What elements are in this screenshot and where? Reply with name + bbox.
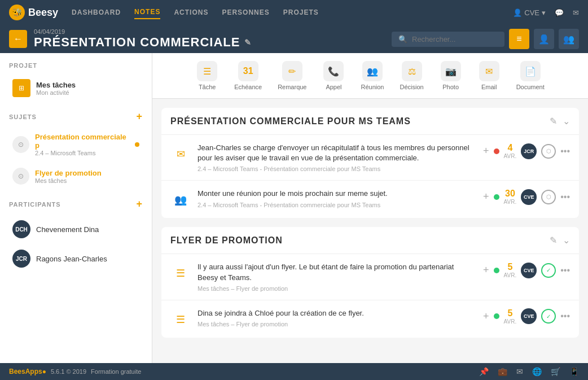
edit-section-icon[interactable]: ✎ — [550, 116, 557, 126]
note-check-status: ✓ — [541, 263, 556, 278]
tool-appel[interactable]: 📞 Appel — [317, 58, 350, 94]
group-button[interactable]: 👥 — [559, 29, 579, 49]
note-text: Jean-Charles se charge d'envoyer un réca… — [198, 143, 476, 163]
document-label: Document — [516, 84, 545, 90]
reunion-icon: 👥 — [362, 61, 383, 81]
section-flyer-header: FLYER DE PROMOTION ✎ ⌄ — [161, 227, 579, 254]
reunion-label: Réunion — [361, 84, 384, 90]
subject-presentation-subtitle: 2.4 – Microsoft Teams — [35, 150, 129, 156]
note-check-status: ✓ — [541, 309, 556, 324]
search-input[interactable] — [412, 35, 497, 43]
note-date: 30 AVR. — [504, 189, 517, 205]
user-name: CVE — [524, 8, 539, 17]
footer-tablet-icon[interactable]: 📱 — [569, 367, 579, 376]
email-icon: ✉ — [479, 61, 499, 81]
section-flyer-title: FLYER DE PROMOTION — [170, 235, 283, 246]
note-text: Dina se joindra à Chloé pour la création… — [198, 308, 476, 318]
subject-flyer-title: Flyer de promotion — [35, 169, 102, 177]
user-icon: 👤 — [513, 8, 522, 17]
footer-cart-icon[interactable]: 🛒 — [551, 367, 560, 376]
nav-personnes[interactable]: PERSONNES — [222, 6, 269, 19]
footer-briefcase-icon[interactable]: 💼 — [498, 367, 507, 376]
note-meta: + 5 AVR. CVE ✓ ••• — [483, 262, 570, 278]
note-avatar: CVE — [521, 308, 537, 324]
tool-decision[interactable]: ⚖ Décision — [394, 58, 429, 94]
nav-notes[interactable]: NOTES — [134, 6, 160, 19]
subject-flyer[interactable]: ⊙ Flyer de promotion Mes tâches — [9, 163, 143, 189]
tache-label: Tâche — [199, 84, 216, 90]
note-meta: + 5 AVR. CVE ✓ ••• — [483, 308, 570, 325]
section-presentation-actions: ✎ ⌄ — [550, 116, 570, 126]
note-more-button[interactable]: ••• — [560, 311, 570, 321]
tool-email[interactable]: ✉ Email — [472, 58, 506, 94]
footer-left: BeesApps● 5.6.1 © 2019 Formation gratuit… — [9, 368, 141, 375]
user-menu[interactable]: 👤 CVE ▾ — [513, 8, 546, 17]
note-date-month: AVR. — [504, 199, 517, 205]
tool-document[interactable]: 📄 Document — [511, 58, 550, 94]
decision-label: Décision — [400, 84, 423, 90]
tool-echeance[interactable]: 31 Echéance — [229, 58, 267, 94]
sidebar-item-mes-taches[interactable]: ⊞ Mes tâches Mon activité — [9, 75, 143, 102]
note-path: 2.4 – Microsoft Teams - Présentation com… — [198, 165, 476, 172]
participant-jcr[interactable]: JCR Ragons Jean-Charles — [9, 245, 143, 272]
note-more-button[interactable]: ••• — [560, 192, 570, 202]
footer-pin-icon[interactable]: 📌 — [479, 367, 489, 376]
note-add-button[interactable]: + — [483, 311, 489, 322]
appel-icon: 📞 — [323, 61, 344, 81]
note-add-button[interactable]: + — [483, 191, 489, 203]
tool-reunion[interactable]: 👥 Réunion — [355, 58, 389, 94]
note-status-dot-green — [494, 194, 499, 200]
note-add-button[interactable]: + — [483, 264, 489, 276]
logo-icon: 🐝 — [9, 5, 25, 20]
tool-tache[interactable]: ☰ Tâche — [190, 58, 224, 94]
mes-taches-subtitle: Mon activité — [36, 89, 76, 96]
tool-remarque[interactable]: ✏ Remarque — [272, 58, 312, 94]
app-name: Beesy — [28, 7, 58, 19]
subject-flyer-icon: ⊙ — [12, 168, 29, 185]
expand-section-icon[interactable]: ⌄ — [563, 235, 570, 246]
email-type-icon: ✉ — [170, 144, 191, 164]
footer-version: 5.6.1 © 2019 — [51, 368, 86, 375]
messages-icon[interactable]: 💬 — [555, 8, 564, 17]
section-presentation-title: PRÉSENTATION COMMERCIALE POUR MS TEAMS — [170, 116, 411, 126]
person-add-button[interactable]: 👤 — [534, 29, 554, 49]
edit-section-icon[interactable]: ✎ — [550, 235, 557, 246]
tache-icon: ☰ — [197, 61, 217, 81]
note-meta: + 30 AVR. CVE ⬡ ••• — [483, 189, 570, 205]
note-path: Mes tâches – Flyer de promotion — [198, 285, 476, 292]
notes-list: PRÉSENTATION COMMERCIALE POUR MS TEAMS ✎… — [152, 99, 588, 363]
header-actions: ≡ 👤 👥 — [509, 29, 579, 49]
nav-actions[interactable]: ACTIONS — [174, 6, 208, 19]
note-more-button[interactable]: ••• — [560, 146, 570, 156]
nav-dashboard[interactable]: DASHBOARD — [72, 6, 121, 19]
note-more-button[interactable]: ••• — [560, 265, 570, 276]
photo-icon: 📷 — [441, 61, 461, 81]
add-subject-button[interactable]: + — [136, 111, 143, 123]
note-item: ☰ Il y aura aussi l'ajout d'un flyer. Le… — [161, 254, 579, 300]
subject-presentation[interactable]: ⊙ Présentation commerciale p 2.4 – Micro… — [9, 128, 143, 161]
note-path: Mes tâches – Flyer de promotion — [198, 321, 476, 327]
tool-photo[interactable]: 📷 Photo — [434, 58, 468, 94]
participants-label: PARTICIPANTS — [9, 201, 61, 208]
subject-flyer-text: Flyer de promotion Mes tâches — [35, 169, 102, 184]
note-hex-status: ⬡ — [541, 190, 556, 204]
avatar-jcr: JCR — [12, 250, 30, 268]
note-date-month: AVR. — [504, 153, 517, 159]
footer-mail-icon[interactable]: ✉ — [516, 367, 523, 376]
footer-globe-icon[interactable]: 🌐 — [532, 367, 542, 376]
footer-formation[interactable]: Formation gratuite — [91, 368, 141, 375]
expand-section-icon[interactable]: ⌄ — [563, 116, 570, 126]
add-participant-button[interactable]: + — [136, 198, 143, 210]
subject-flyer-subtitle: Mes tâches — [35, 177, 102, 184]
participant-dch[interactable]: DCH Chevenement Dina — [9, 216, 143, 243]
edit-icon[interactable]: ✎ — [244, 38, 252, 47]
back-button[interactable]: ← — [9, 30, 27, 48]
note-add-button[interactable]: + — [483, 145, 489, 157]
nav-projets[interactable]: PROJETS — [283, 6, 319, 19]
filter-button[interactable]: ≡ — [509, 29, 529, 49]
appel-label: Appel — [326, 84, 341, 90]
mail-icon[interactable]: ✉ — [573, 8, 579, 17]
note-content: Dina se joindra à Chloé pour la création… — [198, 308, 476, 327]
search-icon: 🔍 — [398, 35, 407, 43]
search-box: 🔍 — [392, 32, 504, 47]
